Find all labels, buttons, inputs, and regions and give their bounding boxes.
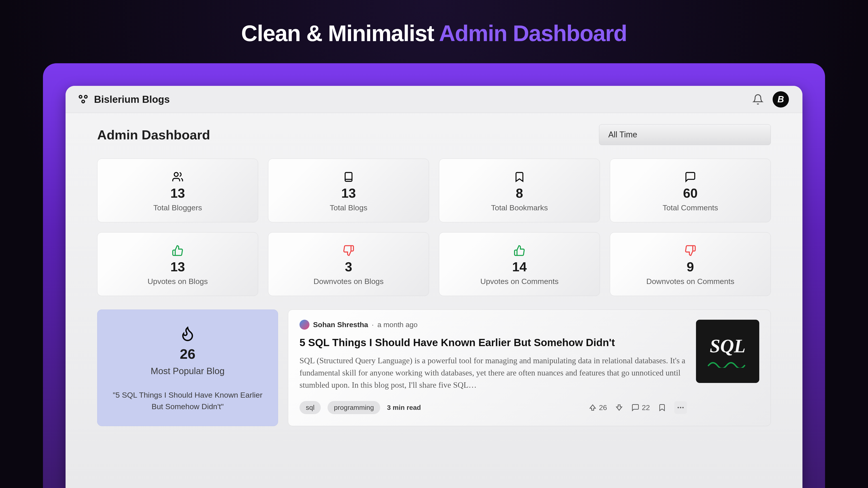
popular-label: Most Popular Blog	[151, 366, 225, 376]
most-popular-card: 26 Most Popular Blog "5 SQL Things I Sho…	[97, 310, 278, 426]
stat-label: Total Comments	[662, 203, 718, 212]
svg-point-2	[82, 100, 85, 103]
brand[interactable]: Bislerium Blogs	[77, 93, 170, 106]
blog-excerpt: SQL (Structured Query Language) is a pow…	[300, 355, 687, 391]
stat-value: 13	[170, 259, 185, 274]
stat-label: Total Blogs	[330, 203, 367, 212]
popular-quote: "5 SQL Things I Should Have Known Earlie…	[107, 389, 268, 412]
page-title: Admin Dashboard	[97, 127, 210, 142]
popular-value: 26	[180, 346, 195, 362]
brand-name: Bislerium Blogs	[94, 94, 170, 105]
stat-value: 13	[170, 186, 185, 201]
downvote-button[interactable]	[615, 403, 623, 412]
stat-label: Upvotes on Comments	[480, 277, 559, 286]
stat-value: 13	[341, 186, 356, 201]
blog-title[interactable]: 5 SQL Things I Should Have Known Earlier…	[300, 336, 687, 349]
stat-value: 3	[345, 259, 352, 274]
flame-icon	[180, 326, 196, 342]
hero-title: Clean & Minimalist Admin Dashboard	[0, 0, 868, 46]
comment-icon	[684, 171, 696, 183]
topbar: Bislerium Blogs B	[66, 86, 802, 113]
notifications-button[interactable]	[752, 94, 764, 105]
blog-author[interactable]: Sohan Shrestha	[313, 321, 368, 329]
stat-total-blogs: 13 Total Blogs	[268, 159, 429, 222]
showcase-frame: Bislerium Blogs B	[43, 63, 825, 488]
thumbs-up-icon	[172, 245, 184, 256]
time-filter-select[interactable]: All Time	[599, 124, 771, 145]
thumbs-down-icon	[343, 245, 354, 256]
blog-time: a month ago	[377, 321, 418, 329]
stat-total-bookmarks: 8 Total Bookmarks	[439, 159, 600, 222]
comments-button[interactable]: 22	[631, 403, 650, 412]
stat-total-bloggers: 13 Total Bloggers	[97, 159, 258, 222]
stat-label: Upvotes on Blogs	[148, 277, 208, 286]
book-icon	[343, 171, 354, 183]
blog-readtime: 3 min read	[387, 404, 421, 412]
bookmark-icon	[514, 171, 525, 183]
author-avatar[interactable]	[300, 320, 309, 330]
stat-label: Downvotes on Blogs	[313, 277, 383, 286]
upvote-button[interactable]: 26	[589, 403, 607, 412]
stat-value: 60	[683, 186, 698, 201]
thumbs-down-icon	[684, 245, 696, 256]
stat-downvotes-comments: 9 Downvotes on Comments	[610, 232, 771, 296]
stat-value: 9	[687, 259, 694, 274]
stat-label: Total Bloggers	[153, 203, 202, 212]
stat-upvotes-blogs: 13 Upvotes on Blogs	[97, 232, 258, 296]
stat-total-comments: 60 Total Comments	[610, 159, 771, 222]
svg-point-0	[79, 95, 82, 98]
stat-value: 8	[516, 186, 523, 201]
blog-thumbnail: SQL	[696, 320, 759, 383]
brand-icon	[77, 93, 90, 106]
blog-tag[interactable]: sql	[300, 401, 321, 414]
thumbs-up-icon	[514, 245, 525, 256]
stat-upvotes-comments: 14 Upvotes on Comments	[439, 232, 600, 296]
blog-tag[interactable]: programming	[328, 401, 380, 414]
app-window: Bislerium Blogs B	[66, 86, 802, 488]
svg-rect-4	[345, 173, 352, 182]
stat-value: 14	[512, 259, 527, 274]
svg-point-3	[174, 173, 178, 176]
stats-grid: 13 Total Bloggers 13 Total Blogs	[97, 159, 771, 296]
stat-downvotes-blogs: 3 Downvotes on Blogs	[268, 232, 429, 296]
bookmark-button[interactable]	[658, 403, 666, 412]
more-button[interactable]	[674, 401, 687, 414]
svg-point-8	[682, 407, 684, 408]
stat-label: Downvotes on Comments	[646, 277, 734, 286]
users-icon	[172, 171, 184, 183]
svg-point-6	[678, 407, 679, 408]
stat-label: Total Bookmarks	[491, 203, 548, 212]
svg-point-7	[680, 407, 681, 408]
blog-meta: Sohan Shrestha · a month ago	[300, 320, 687, 330]
svg-point-1	[85, 95, 87, 98]
user-avatar[interactable]: B	[773, 91, 789, 107]
featured-blog-card[interactable]: Sohan Shrestha · a month ago 5 SQL Thing…	[288, 310, 771, 426]
